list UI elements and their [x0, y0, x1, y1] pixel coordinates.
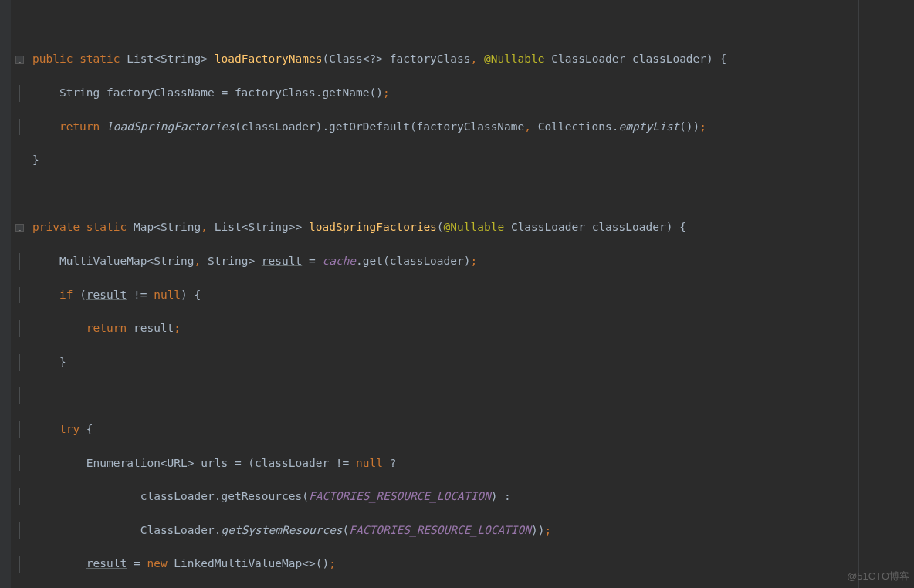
fold-icon[interactable]: [15, 56, 24, 64]
code-line[interactable]: MultiValueMap<String, String> result = c…: [32, 253, 914, 270]
keyword: static: [80, 52, 120, 65]
code-editor[interactable]: public static List<String> loadFactoryNa…: [11, 0, 914, 588]
fold-icon[interactable]: [15, 224, 24, 232]
code-line[interactable]: public static List<String> loadFactoryNa…: [32, 51, 914, 68]
code-line[interactable]: return loadSpringFactories(classLoader).…: [32, 119, 914, 136]
keyword: public: [32, 52, 73, 65]
code-line[interactable]: }: [32, 152, 914, 169]
method-def: loadFactoryNames: [215, 52, 323, 65]
code-line[interactable]: [32, 387, 914, 404]
code-line[interactable]: [32, 186, 914, 203]
code-line[interactable]: String factoryClassName = factoryClass.g…: [32, 85, 914, 102]
code-line[interactable]: classLoader.getResources(FACTORIES_RESOU…: [32, 488, 914, 505]
code-line[interactable]: if (result != null) {: [32, 287, 914, 304]
method-def: loadSpringFactories: [309, 221, 437, 233]
annotation: @Nullable: [484, 52, 545, 65]
code-line[interactable]: result = new LinkedMultiValueMap<>();: [32, 556, 914, 573]
code-line[interactable]: try {: [32, 421, 914, 438]
code-line[interactable]: ClassLoader.getSystemResources(FACTORIES…: [32, 522, 914, 539]
watermark-text: @51CTO博客: [847, 568, 909, 585]
code-line[interactable]: Enumeration<URL> urls = (classLoader != …: [32, 455, 914, 472]
code-line[interactable]: private static Map<String, List<String>>…: [32, 219, 914, 236]
gutter: [0, 0, 11, 588]
code-line[interactable]: }: [32, 354, 914, 371]
type: List<String>: [127, 52, 208, 65]
code-line[interactable]: return result;: [32, 320, 914, 337]
